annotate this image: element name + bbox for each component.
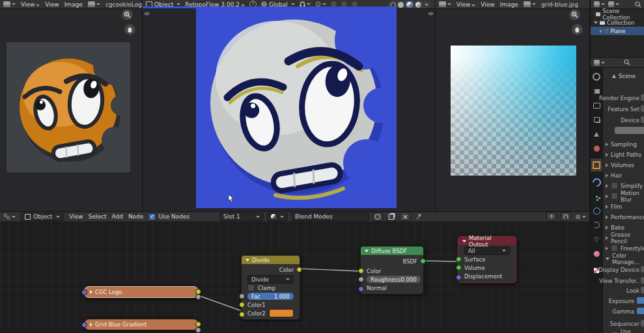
color-input-socket[interactable] [358, 268, 364, 274]
material-name-field[interactable]: Blend Modes [291, 213, 369, 221]
panel-sampling[interactable]: Sampling [606, 140, 644, 148]
tab-object[interactable] [591, 159, 602, 172]
tab-material[interactable] [591, 247, 602, 260]
outliner-row-scene-collection[interactable]: Scene Collection [591, 10, 644, 18]
feature-set-field[interactable] [641, 105, 644, 112]
node-canvas[interactable]: CGC Logo Grid Blue Gradient Divide [0, 221, 589, 333]
outliner-row-collection[interactable]: Collection [591, 18, 644, 27]
panel-freestyle[interactable]: Freestyle [606, 244, 644, 252]
shader-type-dropdown[interactable]: Object [21, 213, 64, 221]
browse-image-button[interactable] [524, 1, 536, 7]
properties-breadcrumb[interactable]: Scene [612, 73, 636, 79]
panel-volumes[interactable]: Volumes [606, 161, 644, 169]
unlink-material-button[interactable] [400, 212, 410, 221]
material-browse-dropdown[interactable] [267, 213, 288, 221]
device-field[interactable] [641, 116, 644, 123]
panel-grease-pencil[interactable]: Grease Pencil [606, 233, 644, 242]
region-toggle-icon[interactable] [144, 12, 150, 16]
volume-input-socket[interactable] [456, 265, 462, 271]
pan-gizmo[interactable] [124, 24, 135, 35]
clamp-checkbox[interactable] [247, 284, 255, 291]
displacement-input-socket[interactable] [456, 274, 462, 280]
search-icon[interactable] [635, 1, 641, 8]
menu-image[interactable]: Image [500, 1, 518, 8]
alpha-output-socket[interactable] [195, 327, 201, 333]
display-mode-button[interactable] [608, 1, 619, 7]
fake-user-button[interactable] [372, 212, 383, 221]
image-name-field[interactable]: grid-blue.jpg [541, 1, 578, 8]
render-engine-field[interactable] [641, 94, 644, 101]
device-segment-field[interactable] [615, 127, 644, 134]
panel-hair[interactable]: Hair [606, 171, 644, 180]
display-device-field[interactable] [641, 266, 644, 273]
menu-view[interactable]: View [69, 213, 83, 220]
color-output-socket[interactable] [296, 267, 302, 273]
node-cgc-logo[interactable]: CGC Logo [83, 286, 199, 298]
solid-shading-icon[interactable] [398, 2, 404, 8]
menu-image[interactable]: Image [64, 1, 83, 8]
node-grid-blue-gradient[interactable]: Grid Blue Gradient [83, 319, 199, 330]
panel-simplify[interactable]: Simplify [606, 181, 644, 190]
panel-film[interactable]: Film [606, 202, 644, 211]
vector-input-socket[interactable] [81, 289, 87, 295]
slot-dropdown[interactable]: Slot 1 [219, 213, 264, 221]
color-output-socket[interactable] [195, 321, 201, 327]
surface-input-socket[interactable] [456, 256, 462, 262]
zoom-gizmo[interactable] [122, 9, 133, 20]
gamma-slider[interactable] [637, 308, 644, 314]
new-material-button[interactable] [386, 212, 397, 221]
tab-world[interactable] [591, 142, 602, 155]
tab-constraints[interactable] [591, 219, 602, 232]
fac-slider[interactable]: Fac1.000 [247, 293, 294, 300]
panel-use-curves[interactable]: Use Cur... [606, 330, 644, 333]
pin-icon[interactable] [416, 213, 422, 220]
roughness-slider[interactable]: Roughness0.000 [367, 276, 421, 283]
alpha-output-socket[interactable] [195, 294, 201, 300]
panel-motion-blur[interactable]: Motion Blur [606, 192, 644, 200]
pan-gizmo[interactable] [572, 24, 583, 35]
node-divide[interactable]: Divide Color Divide Clamp Fac1.000 [241, 255, 300, 320]
vector-input-socket[interactable] [81, 322, 87, 328]
tab-physics[interactable] [591, 204, 602, 217]
snap-button[interactable] [561, 212, 571, 221]
tab-object-data[interactable]: ▽ [591, 233, 602, 246]
bsdf-output-socket[interactable] [420, 258, 426, 264]
roughness-input-socket[interactable] [358, 276, 364, 282]
image-name-field[interactable]: cgcookieLogo_prof.. [105, 1, 143, 8]
panel-bake[interactable]: Bake [606, 223, 644, 232]
outliner-row-plane[interactable]: ▽ Plane [591, 27, 644, 35]
fac-input-socket[interactable] [239, 293, 245, 299]
normal-input-socket[interactable] [358, 286, 364, 292]
mode-dropdown[interactable]: View [456, 1, 475, 8]
tab-scene[interactable] [591, 127, 602, 140]
output-target-dropdown[interactable]: All [464, 246, 510, 255]
exposure-slider[interactable] [637, 297, 644, 304]
menu-node[interactable]: Node [128, 213, 144, 220]
node-material-output[interactable]: Material Output All Surface Volume Displ… [458, 236, 516, 283]
editor-type-button[interactable] [3, 213, 16, 220]
overlay-dropdown[interactable] [575, 214, 586, 220]
panel-light-paths[interactable]: Light Paths [606, 150, 644, 159]
panel-performance[interactable]: Performance [606, 213, 644, 221]
browse-image-button[interactable] [88, 1, 100, 7]
sequencer-field[interactable] [641, 320, 644, 326]
mode-dropdown[interactable]: View [21, 1, 40, 8]
node-diffuse-bsdf[interactable]: Diffuse BSDF BSDF Color Roughness0.000 [360, 246, 424, 295]
material-shading-active[interactable] [406, 1, 413, 8]
rendered-shading-icon[interactable] [415, 2, 421, 8]
zoom-gizmo[interactable] [569, 9, 580, 20]
editor-type-button[interactable] [594, 60, 605, 66]
look-field[interactable] [641, 287, 644, 293]
menu-view[interactable]: View [481, 1, 494, 8]
tab-view-layer[interactable] [591, 113, 602, 126]
region-toggle-icon[interactable] [428, 12, 434, 16]
tab-particles[interactable] [591, 190, 602, 203]
menu-view[interactable]: View [45, 1, 59, 8]
motion-blur-checkbox[interactable] [611, 193, 618, 200]
menu-select[interactable]: Select [89, 213, 107, 220]
view-transform-field[interactable] [641, 277, 644, 284]
tab-modifiers[interactable] [591, 176, 602, 189]
editor-type-button[interactable] [3, 1, 16, 7]
freestyle-checkbox[interactable] [611, 245, 618, 252]
use-nodes-checkbox[interactable]: Use Nodes [148, 213, 189, 220]
